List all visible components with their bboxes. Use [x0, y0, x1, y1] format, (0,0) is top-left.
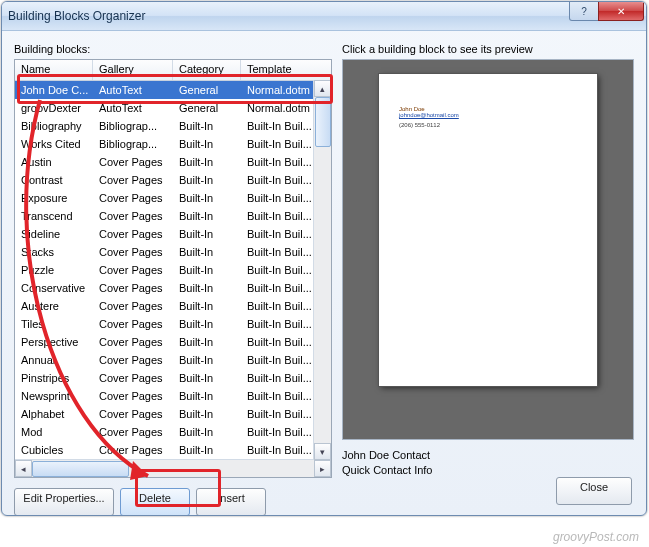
table-row[interactable]: Works CitedBibliograp...Built-InBuilt-In… [15, 135, 331, 153]
delete-button[interactable]: Delete [120, 488, 190, 516]
dialog-window: Building Blocks Organizer ? ✕ Building b… [1, 1, 647, 516]
table-row[interactable]: AustinCover PagesBuilt-InBuilt-In Buil..… [15, 153, 331, 171]
table-row[interactable]: ExposureCover PagesBuilt-InBuilt-In Buil… [15, 189, 331, 207]
table-row[interactable]: groovDexterAutoTextGeneralNormal.dotm [15, 99, 331, 117]
scroll-left-button[interactable]: ◂ [15, 460, 32, 477]
col-category[interactable]: Category [173, 60, 241, 80]
cell-name: Newsprint [15, 388, 93, 404]
close-button[interactable]: Close [556, 477, 632, 505]
help-icon: ? [581, 6, 587, 17]
vertical-scrollbar[interactable]: ▴ ▾ [313, 80, 331, 460]
cell-category: Built-In [173, 352, 241, 368]
table-body: John Doe C...AutoTextGeneralNormal.dotmg… [15, 81, 331, 459]
cell-category: Built-In [173, 208, 241, 224]
left-button-row: Edit Properties... Delete Insert [14, 488, 332, 516]
table-row[interactable]: TranscendCover PagesBuilt-InBuilt-In Bui… [15, 207, 331, 225]
cell-name: Conservative [15, 280, 93, 296]
insert-button[interactable]: Insert [196, 488, 266, 516]
scroll-right-button[interactable]: ▸ [314, 460, 331, 477]
cell-name: Sideline [15, 226, 93, 242]
table-row[interactable]: PuzzleCover PagesBuilt-InBuilt-In Buil..… [15, 261, 331, 279]
cell-name: Perspective [15, 334, 93, 350]
cell-name: Mod [15, 424, 93, 440]
cell-gallery: Cover Pages [93, 208, 173, 224]
cell-gallery: Cover Pages [93, 190, 173, 206]
preview-contact-phone: (206) 555-0112 [399, 122, 577, 128]
vscroll-thumb[interactable] [315, 97, 331, 147]
cell-name: Stacks [15, 244, 93, 260]
table-row[interactable]: John Doe C...AutoTextGeneralNormal.dotm [15, 81, 331, 99]
table-row[interactable]: AustereCover PagesBuilt-InBuilt-In Buil.… [15, 297, 331, 315]
cell-category: Built-In [173, 262, 241, 278]
cell-gallery: Cover Pages [93, 154, 173, 170]
watermark: groovyPost.com [553, 530, 639, 544]
hscroll-track[interactable] [32, 460, 314, 477]
help-button[interactable]: ? [569, 2, 599, 21]
cell-gallery: Cover Pages [93, 424, 173, 440]
preview-info: John Doe Contact Quick Contact Info [342, 448, 634, 478]
preview-info-desc: Quick Contact Info [342, 463, 634, 478]
cell-gallery: Cover Pages [93, 370, 173, 386]
horizontal-scrollbar[interactable]: ◂ ▸ [15, 459, 331, 477]
cell-name: groovDexter [15, 100, 93, 116]
cell-name: Transcend [15, 208, 93, 224]
cell-category: Built-In [173, 190, 241, 206]
cell-name: Exposure [15, 190, 93, 206]
preview-contact-email: johndoe@hotmail.com [399, 112, 577, 118]
cell-category: Built-In [173, 442, 241, 458]
cell-category: General [173, 100, 241, 116]
window-close-button[interactable]: ✕ [598, 2, 644, 21]
cell-category: General [173, 82, 241, 98]
hscroll-thumb[interactable] [32, 461, 129, 477]
building-blocks-label: Building blocks: [14, 43, 332, 55]
table-row[interactable]: ConservativeCover PagesBuilt-InBuilt-In … [15, 279, 331, 297]
table-row[interactable]: StacksCover PagesBuilt-InBuilt-In Buil..… [15, 243, 331, 261]
scroll-up-button[interactable]: ▴ [314, 80, 331, 97]
table-row[interactable]: CubiclesCover PagesBuilt-InBuilt-In Buil… [15, 441, 331, 459]
cell-gallery: Cover Pages [93, 388, 173, 404]
col-template[interactable]: Template [241, 60, 331, 80]
preview-area: John Doe johndoe@hotmail.com (206) 555-0… [342, 59, 634, 440]
cell-name: Alphabet [15, 406, 93, 422]
table-row[interactable]: PerspectiveCover PagesBuilt-InBuilt-In B… [15, 333, 331, 351]
cell-name: Tiles [15, 316, 93, 332]
cell-category: Built-In [173, 388, 241, 404]
table-row[interactable]: TilesCover PagesBuilt-InBuilt-In Buil... [15, 315, 331, 333]
vscroll-track[interactable] [314, 97, 331, 443]
cell-gallery: Cover Pages [93, 226, 173, 242]
cell-category: Built-In [173, 298, 241, 314]
col-name[interactable]: Name [15, 60, 93, 80]
edit-properties-button[interactable]: Edit Properties... [14, 488, 114, 516]
cell-name: Annual [15, 352, 93, 368]
table-row[interactable]: BibliographyBibliograp...Built-InBuilt-I… [15, 117, 331, 135]
left-pane: Building blocks: Name Gallery Category T… [14, 41, 332, 478]
titlebar[interactable]: Building Blocks Organizer ? ✕ [2, 2, 646, 31]
chevron-right-icon: ▸ [320, 464, 325, 474]
cell-gallery: AutoText [93, 100, 173, 116]
cell-name: Contrast [15, 172, 93, 188]
table-row[interactable]: ModCover PagesBuilt-InBuilt-In Buil... [15, 423, 331, 441]
table-row[interactable]: AlphabetCover PagesBuilt-InBuilt-In Buil… [15, 405, 331, 423]
cell-gallery: Cover Pages [93, 244, 173, 260]
right-pane: Click a building block to see its previe… [342, 41, 634, 478]
dialog-footer: Close [556, 477, 632, 505]
cell-name: Bibliography [15, 118, 93, 134]
cell-gallery: Cover Pages [93, 406, 173, 422]
chevron-down-icon: ▾ [320, 447, 325, 457]
cell-category: Built-In [173, 406, 241, 422]
cell-gallery: Cover Pages [93, 334, 173, 350]
chevron-left-icon: ◂ [21, 464, 26, 474]
cell-category: Built-In [173, 172, 241, 188]
preview-page: John Doe johndoe@hotmail.com (206) 555-0… [379, 74, 597, 386]
scroll-down-button[interactable]: ▾ [314, 443, 331, 460]
cell-name: John Doe C... [15, 82, 93, 98]
table-row[interactable]: NewsprintCover PagesBuilt-InBuilt-In Bui… [15, 387, 331, 405]
table-row[interactable]: ContrastCover PagesBuilt-InBuilt-In Buil… [15, 171, 331, 189]
table-row[interactable]: PinstripesCover PagesBuilt-InBuilt-In Bu… [15, 369, 331, 387]
cell-gallery: Bibliograp... [93, 118, 173, 134]
table-row[interactable]: SidelineCover PagesBuilt-InBuilt-In Buil… [15, 225, 331, 243]
col-gallery[interactable]: Gallery [93, 60, 173, 80]
table-row[interactable]: AnnualCover PagesBuilt-InBuilt-In Buil..… [15, 351, 331, 369]
cell-gallery: Cover Pages [93, 262, 173, 278]
preview-info-name: John Doe Contact [342, 448, 634, 463]
